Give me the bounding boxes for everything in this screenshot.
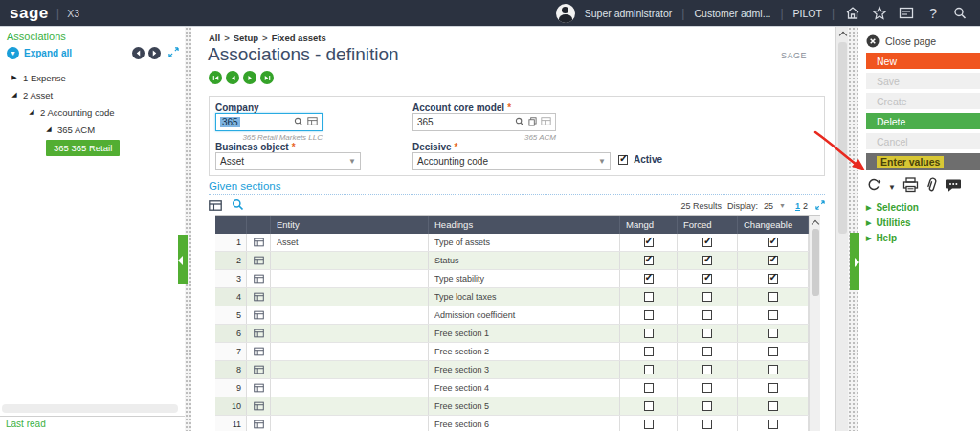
table-row[interactable]: 5Admission coefficient [215,306,809,325]
changeable-checkbox[interactable] [768,420,778,429]
search-icon[interactable] [951,5,969,22]
headings-cell[interactable]: Type of assets [429,234,620,251]
entity-cell[interactable] [271,325,429,342]
table-row[interactable]: 2Status [215,252,809,270]
mangd-checkbox[interactable] [644,383,654,393]
last-record-icon[interactable] [260,71,274,84]
column-header[interactable]: Forced [678,216,738,234]
forced-checkbox[interactable] [702,420,712,429]
changeable-checkbox[interactable] [768,329,778,338]
table-scroll-thumb[interactable] [812,229,819,296]
row-detail-icon[interactable] [247,306,271,324]
breadcrumb-item[interactable]: All [209,33,220,43]
user-name[interactable]: Super administrator [585,8,673,19]
mangd-checkbox[interactable] [644,329,654,338]
headings-cell[interactable]: Free section 4 [429,379,620,397]
forced-checkbox[interactable] [702,310,712,320]
mangd-checkbox[interactable] [644,420,654,429]
company-grid-icon[interactable] [307,117,318,127]
user-avatar[interactable] [556,4,575,23]
left-panel-collapse-handle[interactable] [178,235,188,284]
table-search-icon[interactable] [232,197,244,215]
headings-cell[interactable]: Type local taxes [429,288,620,306]
next-record-icon[interactable] [243,71,256,84]
mangd-checkbox[interactable] [644,365,654,374]
forced-checkbox[interactable] [702,401,712,411]
tree-item[interactable]: ▶1 Expense [0,69,185,86]
panel-link-help[interactable]: ▶Help [866,233,919,243]
main-scroll-up-icon[interactable] [838,30,847,38]
right-panel-collapse-handle[interactable] [850,233,859,290]
enter-values-button[interactable]: Enter values [866,153,980,170]
headings-cell[interactable]: Status [429,252,620,269]
changeable-checkbox[interactable] [768,274,778,284]
table-row[interactable]: 9Free section 4 [215,379,809,397]
column-header[interactable]: Headings [429,216,620,234]
forced-checkbox[interactable] [702,256,712,265]
page-link[interactable]: 1 [795,201,800,211]
table-scroll-up-icon[interactable] [811,217,820,227]
delete-button[interactable]: Delete [866,113,980,129]
tree-next-icon[interactable] [148,47,161,59]
table-scrollbar[interactable] [809,216,820,431]
changeable-checkbox[interactable] [768,401,778,411]
mangd-checkbox[interactable] [644,292,654,302]
tree-collapsed-icon[interactable]: ▶ [10,74,19,81]
column-header[interactable]: Changeable [738,216,809,234]
tree-expanded-icon[interactable]: ◢ [44,125,54,133]
column-header[interactable]: Entity [271,216,429,234]
page-size-caret-icon[interactable]: ▼ [779,202,786,209]
comment-icon[interactable] [945,178,962,196]
account-copy-icon[interactable] [528,117,537,128]
headings-cell[interactable]: Admission coefficient [429,306,620,324]
tree-item[interactable]: 365 365 Retail [46,140,120,156]
forced-checkbox[interactable] [702,347,712,356]
decisive-select[interactable]: Accounting code▼ [412,152,611,170]
changeable-checkbox[interactable] [768,365,778,374]
mangd-checkbox[interactable] [644,310,654,320]
entity-cell[interactable]: Asset [271,234,429,251]
right-panel-resize-gutter[interactable] [848,27,858,431]
refresh-icon[interactable] [866,177,881,196]
breadcrumb-item[interactable]: Setup [234,33,258,43]
star-icon[interactable] [871,5,888,22]
changeable-checkbox[interactable] [768,292,778,302]
new-button[interactable]: New [866,53,980,69]
row-detail-icon[interactable] [247,416,271,431]
table-row[interactable]: 8Free section 3 [215,361,809,379]
row-detail-icon[interactable] [247,361,271,378]
news-icon[interactable] [898,5,915,22]
forced-checkbox[interactable] [702,274,712,284]
table-row[interactable]: 1AssetType of assets [215,234,809,252]
entity-cell[interactable] [271,397,429,415]
company-input[interactable]: 365 [215,113,323,131]
column-header[interactable]: Mangd [620,216,678,234]
table-row[interactable]: 11Free section 6 [215,416,809,431]
headings-cell[interactable]: Free section 6 [429,416,620,431]
expand-all-icon[interactable]: ▾ [7,47,19,59]
environment-name[interactable]: PILOT [793,8,822,19]
active-checkbox[interactable] [618,155,628,165]
panel-link-utilities[interactable]: ▶Utilities [866,217,919,228]
changeable-checkbox[interactable] [768,347,778,356]
account-core-model-input[interactable]: 365 [412,113,556,131]
forced-checkbox[interactable] [702,365,712,374]
account-lookup-icon[interactable] [515,117,524,128]
tree-item[interactable]: ◢365 ACM [0,121,185,138]
refresh-caret-icon[interactable]: ▼ [888,183,896,192]
table-row[interactable]: 7Free section 2 [215,343,809,361]
column-header[interactable] [247,216,271,234]
entity-cell[interactable] [271,270,429,287]
headings-cell[interactable]: Free section 1 [429,325,620,342]
headings-cell[interactable]: Free section 3 [429,361,620,378]
table-row[interactable]: 6Free section 1 [215,325,809,343]
headings-cell[interactable]: Free section 2 [429,343,620,360]
entity-cell[interactable] [271,361,429,378]
headings-cell[interactable]: Type stability [429,270,620,287]
user-role[interactable]: Customer admi... [694,8,770,19]
changeable-checkbox[interactable] [768,310,778,320]
tree-item[interactable]: ◢2 Accounting code [0,103,185,121]
panel-link-selection[interactable]: ▶Selection [866,202,919,213]
row-detail-icon[interactable] [247,325,271,342]
forced-checkbox[interactable] [702,329,712,338]
